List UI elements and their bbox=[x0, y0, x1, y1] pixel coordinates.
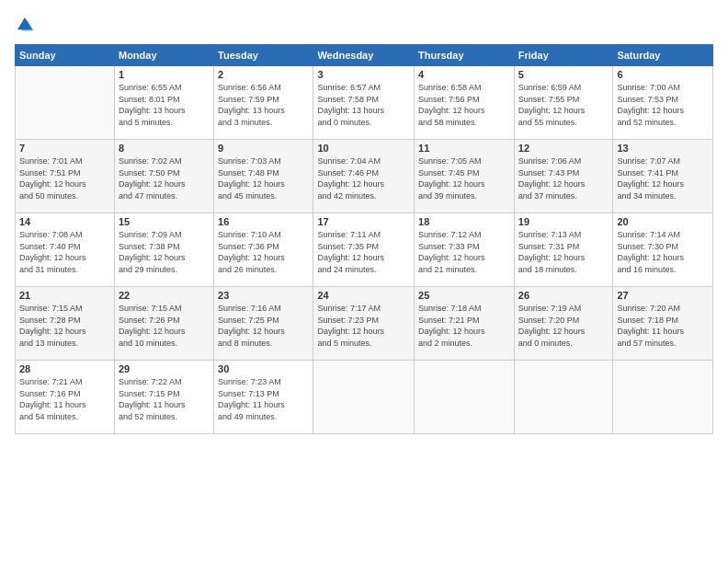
calendar-cell: 28Sunrise: 7:21 AM Sunset: 7:16 PM Dayli… bbox=[16, 361, 115, 434]
day-number: 10 bbox=[317, 143, 410, 154]
day-detail: Sunrise: 7:05 AM Sunset: 7:45 PM Dayligh… bbox=[418, 155, 510, 201]
calendar-cell: 1Sunrise: 6:55 AM Sunset: 8:01 PM Daylig… bbox=[114, 66, 213, 140]
calendar-header-friday: Friday bbox=[514, 45, 613, 66]
day-detail: Sunrise: 7:23 AM Sunset: 7:13 PM Dayligh… bbox=[218, 376, 309, 422]
calendar-cell: 13Sunrise: 7:07 AM Sunset: 7:41 PM Dayli… bbox=[613, 140, 713, 213]
calendar-cell: 17Sunrise: 7:11 AM Sunset: 7:35 PM Dayli… bbox=[313, 213, 415, 287]
day-detail: Sunrise: 7:14 AM Sunset: 7:30 PM Dayligh… bbox=[617, 229, 709, 275]
calendar-cell bbox=[415, 361, 515, 434]
day-detail: Sunrise: 7:16 AM Sunset: 7:25 PM Dayligh… bbox=[218, 303, 309, 349]
calendar-cell: 18Sunrise: 7:12 AM Sunset: 7:33 PM Dayli… bbox=[415, 213, 515, 287]
day-number: 8 bbox=[119, 143, 210, 154]
calendar-cell bbox=[313, 361, 415, 434]
calendar-week-row: 21Sunrise: 7:15 AM Sunset: 7:28 PM Dayli… bbox=[16, 287, 713, 361]
day-detail: Sunrise: 7:15 AM Sunset: 7:26 PM Dayligh… bbox=[119, 303, 210, 349]
calendar-header-sunday: Sunday bbox=[16, 45, 115, 66]
day-number: 23 bbox=[218, 290, 309, 301]
calendar-cell: 24Sunrise: 7:17 AM Sunset: 7:23 PM Dayli… bbox=[313, 287, 415, 361]
day-detail: Sunrise: 7:19 AM Sunset: 7:20 PM Dayligh… bbox=[518, 303, 609, 349]
calendar-cell: 19Sunrise: 7:13 AM Sunset: 7:31 PM Dayli… bbox=[514, 213, 613, 287]
calendar-cell: 3Sunrise: 6:57 AM Sunset: 7:58 PM Daylig… bbox=[313, 66, 415, 140]
calendar-cell: 27Sunrise: 7:20 AM Sunset: 7:18 PM Dayli… bbox=[613, 287, 713, 361]
day-number: 15 bbox=[119, 216, 210, 227]
calendar-week-row: 14Sunrise: 7:08 AM Sunset: 7:40 PM Dayli… bbox=[16, 213, 713, 287]
page: SundayMondayTuesdayWednesdayThursdayFrid… bbox=[0, 0, 728, 563]
calendar-cell bbox=[16, 66, 115, 140]
day-detail: Sunrise: 6:56 AM Sunset: 7:59 PM Dayligh… bbox=[218, 82, 309, 128]
calendar-header-thursday: Thursday bbox=[415, 45, 515, 66]
calendar-cell: 7Sunrise: 7:01 AM Sunset: 7:51 PM Daylig… bbox=[16, 140, 115, 213]
calendar-cell: 4Sunrise: 6:58 AM Sunset: 7:56 PM Daylig… bbox=[415, 66, 515, 140]
logo-icon bbox=[15, 15, 35, 35]
calendar-cell: 14Sunrise: 7:08 AM Sunset: 7:40 PM Dayli… bbox=[16, 213, 115, 287]
calendar-header-monday: Monday bbox=[114, 45, 213, 66]
calendar-week-row: 1Sunrise: 6:55 AM Sunset: 8:01 PM Daylig… bbox=[16, 66, 713, 140]
day-detail: Sunrise: 7:12 AM Sunset: 7:33 PM Dayligh… bbox=[418, 229, 510, 275]
calendar-cell: 6Sunrise: 7:00 AM Sunset: 7:53 PM Daylig… bbox=[613, 66, 713, 140]
day-detail: Sunrise: 7:03 AM Sunset: 7:48 PM Dayligh… bbox=[218, 155, 309, 201]
day-detail: Sunrise: 7:11 AM Sunset: 7:35 PM Dayligh… bbox=[317, 229, 410, 275]
day-detail: Sunrise: 7:02 AM Sunset: 7:50 PM Dayligh… bbox=[119, 155, 210, 201]
day-number: 16 bbox=[218, 216, 309, 227]
day-detail: Sunrise: 7:17 AM Sunset: 7:23 PM Dayligh… bbox=[317, 303, 410, 349]
calendar-header-saturday: Saturday bbox=[613, 45, 713, 66]
calendar-header-wednesday: Wednesday bbox=[313, 45, 415, 66]
calendar-cell: 21Sunrise: 7:15 AM Sunset: 7:28 PM Dayli… bbox=[16, 287, 115, 361]
day-number: 14 bbox=[19, 216, 110, 227]
day-detail: Sunrise: 6:57 AM Sunset: 7:58 PM Dayligh… bbox=[317, 82, 410, 128]
day-detail: Sunrise: 7:20 AM Sunset: 7:18 PM Dayligh… bbox=[617, 303, 709, 349]
calendar-cell: 5Sunrise: 6:59 AM Sunset: 7:55 PM Daylig… bbox=[514, 66, 613, 140]
calendar-header-tuesday: Tuesday bbox=[214, 45, 313, 66]
calendar-cell bbox=[514, 361, 613, 434]
day-number: 9 bbox=[218, 143, 309, 154]
day-number: 24 bbox=[317, 290, 410, 301]
day-number: 2 bbox=[218, 69, 309, 80]
day-number: 12 bbox=[518, 143, 609, 154]
day-number: 20 bbox=[617, 216, 709, 227]
calendar-cell: 9Sunrise: 7:03 AM Sunset: 7:48 PM Daylig… bbox=[214, 140, 313, 213]
day-detail: Sunrise: 7:15 AM Sunset: 7:28 PM Dayligh… bbox=[19, 303, 110, 349]
calendar-cell: 11Sunrise: 7:05 AM Sunset: 7:45 PM Dayli… bbox=[415, 140, 515, 213]
calendar-cell: 23Sunrise: 7:16 AM Sunset: 7:25 PM Dayli… bbox=[214, 287, 313, 361]
day-number: 4 bbox=[418, 69, 510, 80]
day-number: 11 bbox=[418, 143, 510, 154]
day-detail: Sunrise: 7:21 AM Sunset: 7:16 PM Dayligh… bbox=[19, 376, 110, 422]
calendar-week-row: 28Sunrise: 7:21 AM Sunset: 7:16 PM Dayli… bbox=[16, 361, 713, 434]
day-number: 19 bbox=[518, 216, 609, 227]
day-number: 6 bbox=[617, 69, 709, 80]
calendar-header-row: SundayMondayTuesdayWednesdayThursdayFrid… bbox=[16, 45, 713, 66]
day-number: 22 bbox=[119, 290, 210, 301]
day-detail: Sunrise: 7:08 AM Sunset: 7:40 PM Dayligh… bbox=[19, 229, 110, 275]
day-number: 3 bbox=[317, 69, 410, 80]
day-number: 18 bbox=[418, 216, 510, 227]
calendar-cell: 30Sunrise: 7:23 AM Sunset: 7:13 PM Dayli… bbox=[214, 361, 313, 434]
day-detail: Sunrise: 6:59 AM Sunset: 7:55 PM Dayligh… bbox=[518, 82, 609, 128]
day-number: 28 bbox=[19, 363, 110, 374]
calendar-cell: 12Sunrise: 7:06 AM Sunset: 7:43 PM Dayli… bbox=[514, 140, 613, 213]
day-number: 27 bbox=[617, 290, 709, 301]
calendar-table: SundayMondayTuesdayWednesdayThursdayFrid… bbox=[15, 44, 713, 434]
day-detail: Sunrise: 7:04 AM Sunset: 7:46 PM Dayligh… bbox=[317, 155, 410, 201]
day-detail: Sunrise: 7:10 AM Sunset: 7:36 PM Dayligh… bbox=[218, 229, 309, 275]
day-number: 26 bbox=[518, 290, 609, 301]
calendar-cell: 8Sunrise: 7:02 AM Sunset: 7:50 PM Daylig… bbox=[114, 140, 213, 213]
day-number: 21 bbox=[19, 290, 110, 301]
calendar-cell: 29Sunrise: 7:22 AM Sunset: 7:15 PM Dayli… bbox=[114, 361, 213, 434]
header bbox=[15, 15, 713, 35]
day-detail: Sunrise: 6:55 AM Sunset: 8:01 PM Dayligh… bbox=[119, 82, 210, 128]
day-number: 25 bbox=[418, 290, 510, 301]
day-detail: Sunrise: 7:18 AM Sunset: 7:21 PM Dayligh… bbox=[418, 303, 510, 349]
calendar-cell: 16Sunrise: 7:10 AM Sunset: 7:36 PM Dayli… bbox=[214, 213, 313, 287]
day-number: 13 bbox=[617, 143, 709, 154]
day-detail: Sunrise: 7:01 AM Sunset: 7:51 PM Dayligh… bbox=[19, 155, 110, 201]
calendar-cell: 25Sunrise: 7:18 AM Sunset: 7:21 PM Dayli… bbox=[415, 287, 515, 361]
day-number: 30 bbox=[218, 363, 309, 374]
day-number: 7 bbox=[19, 143, 110, 154]
logo bbox=[15, 15, 37, 35]
calendar-cell: 26Sunrise: 7:19 AM Sunset: 7:20 PM Dayli… bbox=[514, 287, 613, 361]
calendar-cell: 22Sunrise: 7:15 AM Sunset: 7:26 PM Dayli… bbox=[114, 287, 213, 361]
day-detail: Sunrise: 7:07 AM Sunset: 7:41 PM Dayligh… bbox=[617, 155, 709, 201]
calendar-cell: 20Sunrise: 7:14 AM Sunset: 7:30 PM Dayli… bbox=[613, 213, 713, 287]
day-detail: Sunrise: 7:09 AM Sunset: 7:38 PM Dayligh… bbox=[119, 229, 210, 275]
day-number: 17 bbox=[317, 216, 410, 227]
